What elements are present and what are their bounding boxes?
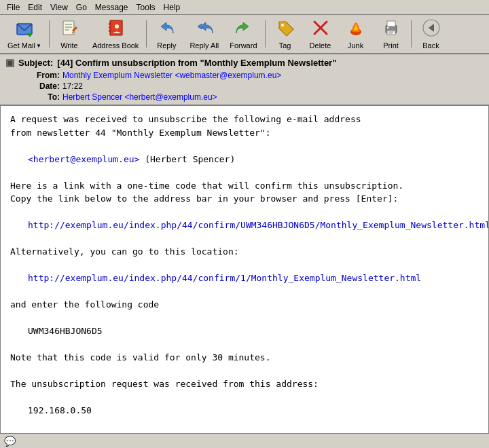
toolbar-sep-2 — [146, 20, 147, 48]
reply-all-icon — [195, 18, 214, 40]
delete-label: Delete — [310, 41, 331, 50]
junk-icon — [346, 18, 365, 40]
menu-tools[interactable]: Tools — [132, 1, 160, 14]
delete-icon — [311, 18, 330, 40]
body-para-4: and enter the following code — [10, 298, 479, 312]
body-link1-para: http://exemplum.eu/index.php/44/confirm/… — [28, 219, 479, 232]
body-email-address: <herbert@exemplum.eu> (Herbert Spencer) — [28, 153, 479, 166]
body-para-2: Here is a link with a one-time code that… — [10, 179, 479, 206]
body-para-5: Note that this code is valid for only 30… — [10, 351, 479, 365]
from-label: From: — [19, 71, 60, 80]
date-value: 17:22 — [62, 81, 484, 91]
svg-rect-19 — [387, 31, 395, 35]
menu-message[interactable]: Message — [91, 1, 132, 14]
subject-line: ▣ Subject: [44] Confirm unsubscription f… — [5, 57, 484, 68]
junk-button[interactable]: Junk — [339, 16, 373, 52]
body-ip: 192.168.0.50 — [28, 404, 479, 417]
toolbar: Get Mail ▼ Write — [0, 15, 489, 54]
to-label: To: — [19, 92, 60, 102]
address-book-button[interactable]: Address Book — [88, 16, 143, 52]
body-para-6: The unsubscription request was received … — [10, 377, 479, 391]
tag-icon — [276, 18, 295, 40]
reply-button[interactable]: Reply — [149, 16, 183, 52]
tag-label: Tag — [279, 41, 291, 50]
svg-point-13 — [281, 24, 284, 26]
menu-view[interactable]: View — [46, 1, 72, 14]
address-book-icon — [106, 18, 125, 40]
print-icon — [382, 18, 401, 40]
body-code: UWM346HBJON6D5 — [28, 324, 479, 338]
to-value: Herbert Spencer <herbert@exemplum.eu> — [62, 92, 484, 102]
email-address-link[interactable]: <herbert@exemplum.eu> — [28, 154, 139, 164]
get-mail-button[interactable]: Get Mail ▼ — [3, 16, 46, 52]
toolbar-sep-4 — [411, 20, 412, 48]
forward-button[interactable]: Forward — [225, 16, 261, 52]
svg-point-12 — [115, 24, 119, 29]
email-header: ▣ Subject: [44] Confirm unsubscription f… — [0, 54, 489, 105]
menu-help[interactable]: Help — [160, 1, 185, 14]
print-button[interactable]: Print — [374, 16, 408, 52]
back-label: Back — [422, 41, 439, 50]
svg-rect-10 — [109, 26, 111, 29]
svg-rect-18 — [387, 21, 395, 26]
svg-marker-1 — [27, 33, 33, 37]
toolbar-sep-1 — [49, 20, 50, 48]
toolbar-sep-3 — [265, 20, 266, 48]
reply-label: Reply — [157, 41, 176, 50]
reply-all-label: Reply All — [189, 41, 219, 50]
tag-button[interactable]: Tag — [268, 16, 302, 52]
reply-all-button[interactable]: Reply All — [185, 16, 223, 52]
menu-file[interactable]: File — [3, 1, 24, 14]
from-link[interactable]: Monthly Exemplum Newsletter <webmaster@e… — [62, 71, 281, 80]
subject-icon: ▣ — [5, 57, 14, 68]
svg-point-22 — [386, 27, 388, 29]
forward-icon — [234, 18, 253, 40]
from-value: Monthly Exemplum Newsletter <webmaster@e… — [62, 71, 484, 80]
body-link2-para: http://exemplum.eu/index.php/44/confirm/… — [28, 272, 479, 285]
confirm-link-2[interactable]: http://exemplum.eu/index.php/44/confirm/… — [28, 273, 421, 283]
write-icon — [60, 18, 79, 40]
back-icon — [422, 18, 441, 40]
date-label: Date: — [19, 81, 60, 91]
write-label: Write — [60, 41, 77, 50]
forward-label: Forward — [230, 41, 257, 50]
back-button[interactable]: Back — [414, 16, 448, 52]
address-book-label: Address Book — [92, 41, 139, 50]
menu-go[interactable]: Go — [72, 1, 91, 14]
menubar: File Edit View Go Message Tools Help — [0, 0, 489, 15]
menu-edit[interactable]: Edit — [24, 1, 46, 14]
confirm-link-1[interactable]: http://exemplum.eu/index.php/44/confirm/… — [28, 220, 489, 230]
reply-icon — [157, 18, 176, 40]
print-label: Print — [383, 41, 399, 50]
to-link[interactable]: Herbert Spencer <herbert@exemplum.eu> — [62, 92, 217, 102]
body-para-1: A request was received to unsubscribe th… — [10, 113, 479, 139]
get-mail-icon — [15, 18, 34, 40]
header-fields: From: Monthly Exemplum Newsletter <webma… — [5, 71, 484, 102]
body-para-3: Alternatively, you can go to this locati… — [10, 245, 479, 259]
subject-label: Subject: — [18, 58, 53, 68]
subject-value: [44] Confirm unsubscription from "Monthl… — [57, 58, 336, 68]
write-button[interactable]: Write — [52, 16, 86, 52]
delete-button[interactable]: Delete — [304, 16, 338, 52]
svg-rect-9 — [109, 23, 111, 25]
statusbar: 💬 — [0, 433, 489, 448]
get-mail-arrow: ▼ — [36, 43, 41, 49]
junk-label: Junk — [348, 41, 363, 50]
email-body: A request was received to unsubscribe th… — [0, 105, 489, 435]
statusbar-icon: 💬 — [4, 436, 16, 447]
svg-rect-11 — [109, 30, 111, 32]
